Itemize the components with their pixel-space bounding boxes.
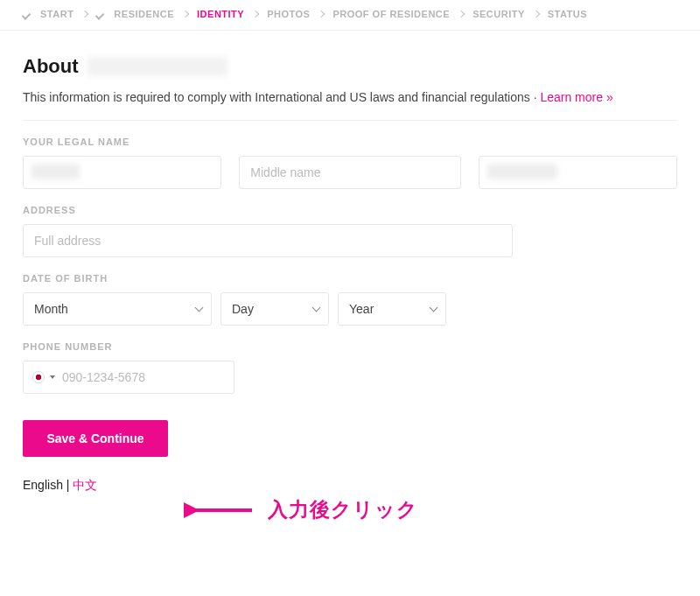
breadcrumb-step-proof-of-residence[interactable]: PROOF OF RESIDENCE [332,9,450,19]
breadcrumb-step-status[interactable]: STATUS [548,9,587,19]
breadcrumb-label: PROOF OF RESIDENCE [332,9,450,19]
caret-down-icon[interactable] [50,375,55,379]
last-name-field[interactable] [479,156,677,189]
page-title: About [23,55,677,78]
title-prefix: About [23,55,79,78]
breadcrumb-step-photos[interactable]: PHOTOS [267,9,310,19]
main-content: About This information is required to co… [0,31,700,511]
phone-input-wrap [23,361,234,394]
page-subtitle: This information is required to comply w… [23,90,677,121]
language-switcher: English | 中文 [23,478,677,494]
learn-more-link[interactable]: Learn more » [540,90,612,104]
dob-row: Month Day Year [23,292,677,326]
breadcrumb-step-security[interactable]: SECURITY [472,9,525,19]
breadcrumb-label: RESIDENCE [114,9,174,19]
dob-day-select[interactable]: Day [220,292,329,326]
chevron-down-icon [430,304,438,312]
chevron-right-icon [533,11,540,18]
phone-label: PHONE NUMBER [23,341,677,352]
chevron-right-icon [318,11,325,18]
dob-month-value: Month [34,302,68,316]
breadcrumb-label: START [40,9,74,19]
chevron-right-icon [252,11,259,18]
dob-year-select[interactable]: Year [338,292,446,326]
chevron-right-icon [81,11,88,18]
breadcrumb-label: PHOTOS [267,9,310,19]
phone-field[interactable] [60,369,227,385]
legal-name-row [23,156,677,189]
title-redacted [88,57,228,76]
dob-month-select[interactable]: Month [23,292,212,326]
middle-name-field[interactable] [239,156,460,189]
breadcrumb: STARTRESIDENCEIDENTITYPHOTOSPROOF OF RES… [0,0,700,31]
chevron-down-icon [312,304,321,312]
check-icon [96,10,105,18]
chevron-down-icon [195,304,204,312]
chevron-right-icon [458,11,465,18]
chevron-right-icon [182,11,189,18]
full-address-field[interactable] [23,224,513,257]
check-icon [23,10,32,18]
breadcrumb-label: STATUS [548,9,587,19]
dob-year-value: Year [349,302,374,316]
breadcrumb-step-start[interactable]: START [23,9,74,19]
address-label: ADDRESS [23,205,677,215]
first-name-wrapper [23,156,221,189]
subtitle-text: This information is required to comply w… [23,90,537,104]
last-name-wrapper [479,156,677,189]
lang-sep: | [63,478,73,492]
breadcrumb-step-residence[interactable]: RESIDENCE [96,9,174,19]
lang-chinese[interactable]: 中文 [73,478,97,492]
dob-day-value: Day [232,302,254,316]
address-row [23,224,677,257]
legal-name-label: YOUR LEGAL NAME [23,137,677,147]
breadcrumb-step-identity[interactable]: IDENTITY [197,9,244,19]
breadcrumb-label: SECURITY [472,9,525,19]
dob-label: DATE OF BIRTH [23,273,677,284]
lang-english[interactable]: English [23,478,63,492]
flag-jp-icon[interactable] [32,371,45,383]
first-name-field[interactable] [23,156,221,189]
save-continue-button[interactable]: Save & Continue [23,420,168,457]
breadcrumb-label: IDENTITY [197,9,244,19]
